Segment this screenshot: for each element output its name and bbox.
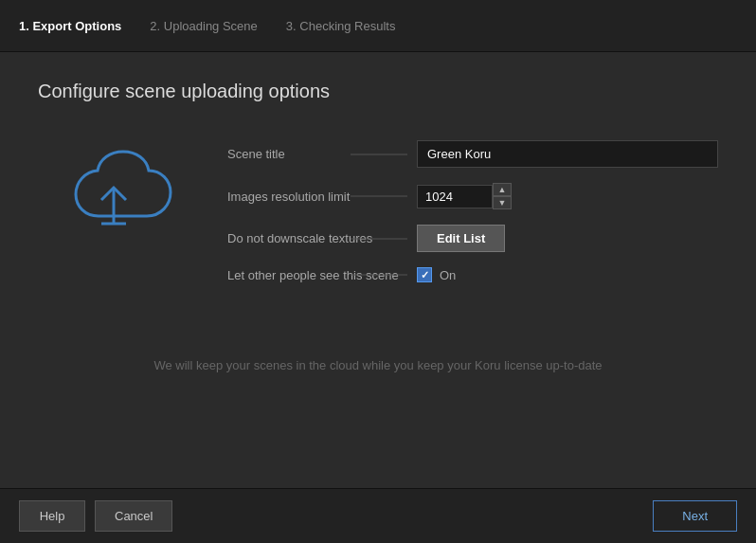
info-text: We will keep your scenes in the cloud wh… xyxy=(38,358,718,372)
cloud-icon-container xyxy=(38,131,189,263)
help-button[interactable]: Help xyxy=(19,500,85,532)
cancel-button[interactable]: Cancel xyxy=(95,500,172,532)
visibility-control: ✓ On xyxy=(417,267,718,282)
downscale-label: Do not downscale textures xyxy=(227,231,417,245)
visibility-on-label: On xyxy=(440,268,456,282)
downscale-control: Edit List xyxy=(417,225,718,252)
visibility-checkbox[interactable]: ✓ xyxy=(417,267,432,282)
step-1[interactable]: 1. Export Options xyxy=(19,15,121,37)
visibility-row: Let other people see this scene ✓ On xyxy=(227,267,718,282)
cloud-upload-icon xyxy=(47,140,180,254)
edit-list-button[interactable]: Edit List xyxy=(417,225,505,252)
spinner-up-button[interactable]: ▲ xyxy=(493,183,512,196)
resolution-label: Images resolution limit xyxy=(227,190,417,204)
resolution-row: Images resolution limit ▲ ▼ xyxy=(227,183,718,209)
scene-title-input[interactable] xyxy=(417,140,718,168)
form-area: Scene title Images resolution limit ▲ ▼ xyxy=(38,131,718,282)
resolution-control: ▲ ▼ xyxy=(417,183,718,209)
fields-container: Scene title Images resolution limit ▲ ▼ xyxy=(227,131,718,282)
next-button[interactable]: Next xyxy=(653,500,737,532)
scene-title-control xyxy=(417,140,718,168)
main-content: Configure scene uploading options Scene … xyxy=(0,52,756,391)
step-3[interactable]: 3. Checking Results xyxy=(286,15,396,37)
bottom-bar: Help Cancel Next xyxy=(0,488,756,543)
downscale-row: Do not downscale textures Edit List xyxy=(227,225,718,252)
bottom-left-buttons: Help Cancel xyxy=(19,500,172,532)
checkbox-row: ✓ On xyxy=(417,267,718,282)
checkmark-icon: ✓ xyxy=(421,269,429,281)
resolution-input[interactable] xyxy=(417,185,493,208)
spinner-wrapper: ▲ ▼ xyxy=(417,183,718,209)
visibility-label: Let other people see this scene xyxy=(227,268,417,282)
step-2[interactable]: 2. Uploading Scene xyxy=(150,15,257,37)
spinner-buttons: ▲ ▼ xyxy=(493,183,512,209)
spinner-down-button[interactable]: ▼ xyxy=(493,196,512,209)
scene-title-label: Scene title xyxy=(227,147,417,161)
scene-title-row: Scene title xyxy=(227,140,718,168)
page-title: Configure scene uploading options xyxy=(38,81,718,102)
steps-bar: 1. Export Options 2. Uploading Scene 3. … xyxy=(0,0,756,52)
